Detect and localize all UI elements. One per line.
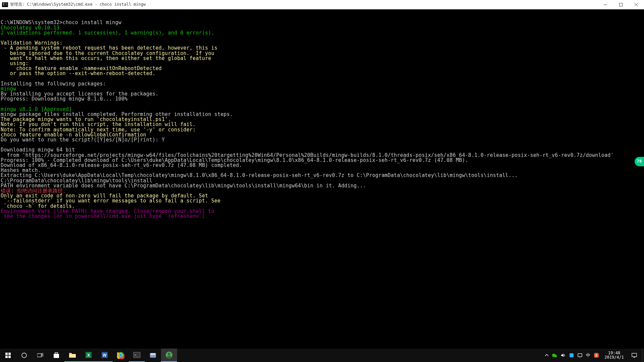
- taskbar-explorer[interactable]: [64, 349, 80, 362]
- taskbar[interactable]: X W >_ 中 S: [0, 349, 644, 362]
- terminal-line: want to halt when this occurs, then eith…: [1, 56, 643, 61]
- svg-point-32: [554, 355, 557, 357]
- terminal-line: Progress: Downloading mingw 8.1.0... 100…: [1, 97, 643, 102]
- cortana-button[interactable]: [16, 349, 32, 362]
- app-icon: [149, 352, 157, 359]
- svg-rect-6: [5, 356, 8, 358]
- taskbar-app1[interactable]: [145, 349, 161, 362]
- tray-ime-lang[interactable]: 中: [586, 352, 590, 358]
- close-button[interactable]: [629, 0, 644, 9]
- svg-rect-1: [620, 3, 623, 6]
- svg-rect-5: [8, 353, 11, 355]
- terminal-text: see the changes (or in powershell/cmd.ex…: [1, 213, 208, 219]
- svg-rect-13: [55, 353, 58, 354]
- svg-rect-7: [8, 356, 11, 358]
- taskbar-excel[interactable]: X: [80, 349, 97, 362]
- notification-button[interactable]: [627, 349, 642, 362]
- terminal-line: 2 validations performed. 1 success(es), …: [1, 31, 643, 36]
- clock-date: 2019/4/1: [604, 355, 624, 360]
- floating-badge[interactable]: 78: [635, 157, 644, 166]
- cmd-icon: C:\: [2, 2, 8, 7]
- folder-icon: [69, 352, 76, 358]
- svg-rect-27: [151, 354, 155, 355]
- taskbar-chrome[interactable]: [113, 349, 129, 362]
- close-icon: [635, 3, 638, 6]
- svg-text:S: S: [595, 354, 597, 357]
- terminal-line: Do you want to run the script?([Y]es/[N]…: [1, 137, 643, 142]
- svg-text:W: W: [103, 353, 107, 358]
- svg-rect-10: [42, 353, 43, 354]
- terminal-line: [1, 36, 643, 41]
- taskbar-clock[interactable]: 19:48 2019/4/1: [602, 351, 627, 360]
- taskbar-word[interactable]: W: [97, 349, 113, 362]
- svg-rect-4: [5, 353, 8, 355]
- maximize-button[interactable]: [613, 0, 629, 9]
- svg-point-8: [22, 353, 26, 358]
- terminal-line: [1, 142, 643, 147]
- taskbar-app2[interactable]: [161, 349, 177, 362]
- minimize-icon: [604, 3, 607, 6]
- store-icon: [53, 352, 60, 359]
- svg-rect-9: [37, 354, 41, 357]
- windows-icon: [5, 353, 11, 358]
- taskbar-cmd[interactable]: >_: [129, 349, 145, 362]
- terminal-line: Installing the following packages:: [1, 81, 643, 86]
- start-button[interactable]: [0, 349, 16, 362]
- svg-rect-14: [69, 354, 76, 358]
- terminal-line: see the changes (or in powershell/cmd.ex…: [1, 214, 643, 219]
- terminal-line: [1, 102, 643, 107]
- excel-icon: X: [85, 351, 92, 359]
- terminal-icon: >_: [133, 352, 141, 358]
- terminal-text: Installing the following packages:: [1, 81, 106, 87]
- chrome-icon: [117, 352, 124, 359]
- terminal-line: `--failonstderr` if you want error messa…: [1, 198, 643, 203]
- tray-wechat-icon[interactable]: [552, 353, 557, 358]
- circle-icon: [21, 352, 27, 358]
- notification-icon: [632, 353, 637, 358]
- titlebar[interactable]: C:\ 管理员: C:\Windows\System32\cmd.exe - c…: [0, 0, 644, 9]
- taskview-button[interactable]: [32, 349, 48, 362]
- svg-point-23: [119, 354, 122, 357]
- taskbar-store[interactable]: [48, 349, 64, 362]
- tray-security-icon[interactable]: [569, 353, 574, 358]
- svg-rect-38: [632, 353, 637, 357]
- svg-rect-33: [570, 353, 574, 357]
- svg-text:>_: >_: [135, 353, 138, 357]
- terminal-text: Progress: Downloading mingw 8.1.0... 100…: [1, 96, 127, 102]
- svg-point-29: [168, 353, 170, 355]
- cmd-window: C:\ 管理员: C:\Windows\System32\cmd.exe - c…: [0, 0, 644, 362]
- minimize-button[interactable]: [598, 0, 613, 9]
- svg-text:X: X: [87, 353, 90, 358]
- terminal-output[interactable]: C:\WINDOWS\system32>choco install mingwC…: [0, 9, 644, 349]
- taskview-icon: [37, 353, 43, 358]
- terminal-text: Do you want to run the script?([Y]es/[N]…: [1, 137, 165, 143]
- window-title: 管理员: C:\Windows\System32\cmd.exe - choco…: [10, 2, 146, 7]
- avatar-icon: [165, 351, 173, 359]
- maximize-icon: [619, 3, 623, 6]
- terminal-text: want to halt when this occurs, then eith…: [1, 55, 211, 61]
- terminal-text: or pass the option --exit-when-reboot-de…: [1, 70, 156, 76]
- svg-rect-12: [54, 354, 59, 358]
- tray-network-icon[interactable]: [577, 353, 583, 358]
- system-tray[interactable]: 中 S: [542, 349, 602, 362]
- tray-volume-icon[interactable]: [560, 353, 566, 358]
- terminal-text: 2 validations performed. 1 success(es), …: [1, 30, 214, 36]
- terminal-line: Download of x86_64-8.1.0-release-posix-s…: [1, 163, 643, 168]
- tray-ime-icon[interactable]: S: [594, 353, 599, 358]
- terminal-line: PATH environment variable does not have …: [1, 183, 643, 188]
- show-desktop-button[interactable]: [642, 349, 644, 362]
- svg-rect-11: [42, 355, 43, 356]
- terminal-line: or pass the option --exit-when-reboot-de…: [1, 71, 643, 76]
- svg-rect-34: [578, 354, 582, 357]
- terminal-line: C:\WINDOWS\system32>choco install mingw: [1, 20, 643, 25]
- tray-chevron-icon[interactable]: [545, 354, 548, 357]
- word-icon: W: [101, 351, 108, 359]
